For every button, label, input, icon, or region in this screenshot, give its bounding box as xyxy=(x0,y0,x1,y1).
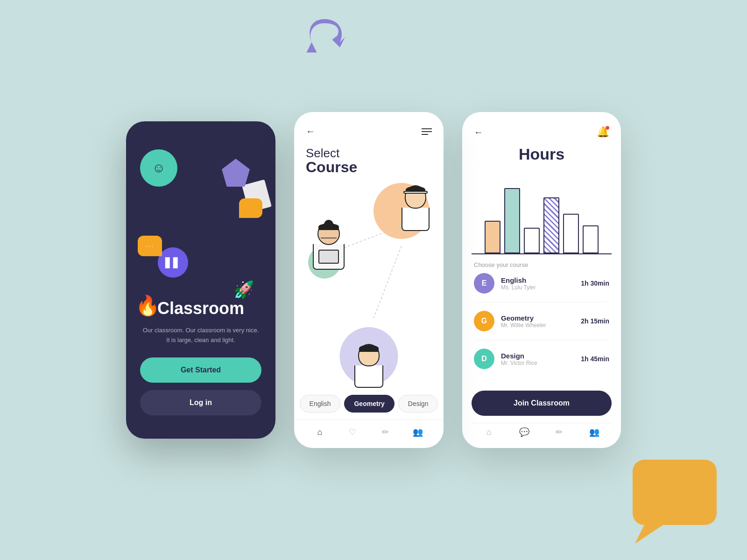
course-avatar-geometry: G xyxy=(474,311,494,331)
bar-6 xyxy=(583,225,599,253)
course-tabs: English Geometry Design xyxy=(294,395,444,420)
screen-dark: ▋▋ ··· 🔥 🚀 Classroom Our classroom. Our … xyxy=(126,121,275,439)
course-name-geometry: Geometry xyxy=(501,314,574,322)
screen-select-course: ← Select Course xyxy=(294,112,444,448)
tab-design[interactable]: Design xyxy=(398,395,438,413)
menu-button[interactable] xyxy=(422,128,432,135)
dark-screen-content: Classroom Our classroom. Our classroom i… xyxy=(126,299,275,415)
hours-title: Hours xyxy=(472,143,612,170)
bar-chart xyxy=(472,170,612,254)
nav-home-icon[interactable]: ⌂ xyxy=(313,426,326,439)
course-title-section: Select Course xyxy=(294,141,444,176)
person2-body xyxy=(402,208,430,231)
person2-head xyxy=(405,185,426,209)
course-avatar-english: E xyxy=(474,273,494,294)
person3-head xyxy=(358,344,380,366)
hours-back-button[interactable]: ← xyxy=(474,127,483,138)
course-item-geometry: G Geometry Mr. Willie Wheeler 2h 15min xyxy=(474,311,609,331)
join-classroom-button[interactable]: Join Classroom xyxy=(472,391,612,416)
nav3-home-icon[interactable]: ⌂ xyxy=(483,426,496,439)
course-name-design: Design xyxy=(501,352,574,360)
course-item-english: E English Ms. Lulu Tyler 1h 30min xyxy=(474,273,609,294)
deco-arrow-purple xyxy=(299,14,350,65)
screen-hours: ← 🔔 Hours Choose your course E English xyxy=(462,112,621,448)
person-2 xyxy=(402,185,430,231)
course-info-design: Design Mr. Victor Rice xyxy=(501,352,574,366)
bottom-nav-screen3: ⌂ 💬 ✏ 👥 xyxy=(472,423,612,448)
nav-pencil-icon[interactable]: ✏ xyxy=(379,426,392,439)
course-list: E English Ms. Lulu Tyler 1h 30min G Geom… xyxy=(472,273,612,384)
bottom-nav-screen2: ⌂ ♡ ✏ 👥 xyxy=(294,420,444,448)
icon-pentagon-purple xyxy=(222,159,250,187)
divider-1 xyxy=(476,302,607,302)
person1-body xyxy=(313,244,345,270)
person1-head xyxy=(317,223,340,245)
nav-heart-icon[interactable]: ♡ xyxy=(346,426,359,439)
icon-chat-dots-orange: ··· xyxy=(138,236,162,256)
deco-chat-orange xyxy=(630,457,724,546)
course-info-geometry: Geometry Mr. Willie Wheeler xyxy=(501,314,574,329)
icon-voice-bubble-purple: ▋▋ xyxy=(158,247,188,278)
course-item-design: D Design Mr. Victor Rice 1h 45min xyxy=(474,349,609,369)
tab-english[interactable]: English xyxy=(300,395,341,413)
svg-line-3 xyxy=(374,246,402,318)
course-teacher-geometry: Mr. Willie Wheeler xyxy=(501,322,574,329)
app-title: Classroom xyxy=(157,299,244,318)
course-label: Course xyxy=(306,159,432,176)
person-1 xyxy=(313,223,345,270)
login-button[interactable]: Log in xyxy=(140,390,261,415)
divider-2 xyxy=(476,340,607,340)
course-teacher-english: Ms. Lulu Tyler xyxy=(501,284,574,291)
nav3-chat-icon[interactable]: 💬 xyxy=(518,426,531,439)
figures-area xyxy=(294,176,444,395)
course-avatar-design: D xyxy=(474,349,494,369)
choose-course-label: Choose your course xyxy=(472,261,612,273)
notification-icon[interactable]: 🔔 xyxy=(597,126,609,138)
bar-2 xyxy=(504,188,520,253)
back-button[interactable]: ← xyxy=(306,126,315,137)
course-teacher-design: Mr. Victor Rice xyxy=(501,360,574,366)
course-info-english: English Ms. Lulu Tyler xyxy=(501,276,574,291)
bar-3 xyxy=(524,228,540,253)
tab-geometry[interactable]: Geometry xyxy=(344,395,394,413)
course-hours-english: 1h 30min xyxy=(581,280,609,287)
icon-chat-bubble-orange xyxy=(239,198,262,218)
course-hours-design: 1h 45min xyxy=(581,355,609,363)
app-subtitle: Our classroom. Our classroom is very nic… xyxy=(143,326,259,345)
voice-bars: ▋▋ xyxy=(165,257,181,268)
person-3 xyxy=(354,344,383,388)
icon-teal-smiley xyxy=(140,149,177,187)
nav-users-icon[interactable]: 👥 xyxy=(411,426,424,439)
hours-header: ← 🔔 xyxy=(472,112,612,143)
course-hours-geometry: 2h 15min xyxy=(581,317,609,325)
screens-container: ▋▋ ··· 🔥 🚀 Classroom Our classroom. Our … xyxy=(126,112,621,448)
bar-5 xyxy=(563,214,579,253)
get-started-button[interactable]: Get Started xyxy=(140,357,261,383)
course-name-english: English xyxy=(501,276,574,284)
nav3-pencil-icon[interactable]: ✏ xyxy=(553,426,566,439)
person3-body xyxy=(354,365,383,388)
notification-dot xyxy=(606,126,609,130)
screen2-header: ← xyxy=(294,112,444,141)
icon-rocket-teal: 🚀 xyxy=(233,280,254,300)
svg-rect-0 xyxy=(633,460,717,525)
bar-4 xyxy=(543,197,559,253)
nav3-users-icon[interactable]: 👥 xyxy=(588,426,601,439)
svg-marker-1 xyxy=(635,525,663,544)
connector-line-2 xyxy=(331,241,425,325)
bar-1 xyxy=(485,221,500,253)
